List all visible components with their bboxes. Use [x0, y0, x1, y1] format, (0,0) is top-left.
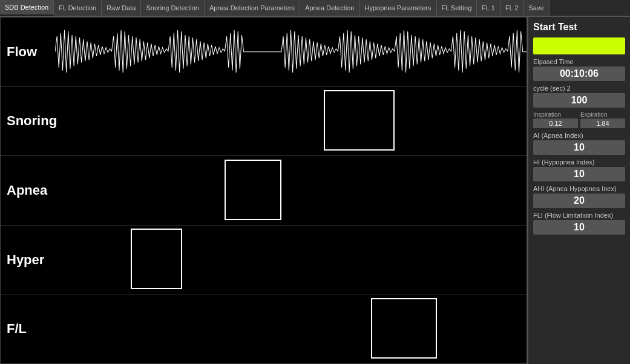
- ai-value: 10: [533, 140, 625, 155]
- ahi-group: AHI (Apnea Hypopnea Inex) 20: [533, 185, 625, 208]
- snoring-canvas: [55, 87, 527, 156]
- tab-raw-data[interactable]: Raw Data: [102, 0, 141, 16]
- snoring-block-container: [55, 87, 527, 156]
- fl-label: F/L: [1, 321, 55, 337]
- fli-value: 10: [533, 220, 625, 235]
- snoring-block: [324, 90, 395, 151]
- signal-area: Flow Snoring: [0, 17, 527, 364]
- main-container: Flow Snoring: [0, 17, 630, 364]
- apnea-block-container: [55, 156, 527, 225]
- tab-fl-setting[interactable]: FL Setting: [437, 0, 477, 16]
- cycle-label: cycle (sec) 2: [533, 85, 625, 92]
- hyper-block-container: [55, 226, 527, 294]
- cycle-value: 100: [533, 93, 625, 108]
- apnea-block: [225, 160, 281, 220]
- ai-label: AI (Apnea Index): [533, 132, 625, 139]
- flow-waveform: [55, 18, 527, 86]
- hyper-block: [131, 229, 183, 289]
- right-panel: Start Test Elpased Time 00:10:06 cycle (…: [527, 17, 630, 364]
- tab-apnea-detection-parameters[interactable]: Apnea Detection Parameters: [205, 0, 300, 16]
- hi-group: HI (Hypopnea Index) 10: [533, 158, 625, 181]
- fl-block-container: [55, 294, 527, 363]
- expiration-group: Expiration 1.84: [580, 111, 625, 128]
- tab-fl1[interactable]: FL 1: [477, 0, 500, 16]
- fl-row: F/L: [1, 294, 527, 363]
- fl-canvas: [55, 294, 527, 363]
- flow-row: Flow: [1, 18, 527, 87]
- apnea-row: Apnea: [1, 156, 527, 226]
- inspiration-group: Inspiration 0.12: [533, 111, 578, 128]
- tab-apnea-detection[interactable]: Apnea Detection: [300, 0, 359, 16]
- elapsed-time-label: Elpased Time: [533, 58, 625, 65]
- flow-canvas: [55, 18, 527, 86]
- apnea-canvas: [55, 156, 527, 225]
- tab-sdb-detection[interactable]: SDB Detection: [0, 0, 54, 16]
- expiration-value: 1.84: [580, 119, 625, 128]
- flow-label: Flow: [1, 44, 55, 60]
- snoring-label: Snoring: [1, 113, 55, 129]
- tab-snoring-detection[interactable]: Snoring Detection: [141, 0, 204, 16]
- cycle-group: cycle (sec) 2 100: [533, 85, 625, 108]
- tab-fl-detection[interactable]: FL Detection: [54, 0, 102, 16]
- fli-label: FLI (Flow Limitatioin Index): [533, 212, 625, 219]
- inspiration-label: Inspiration: [533, 111, 578, 118]
- fli-group: FLI (Flow Limitatioin Index) 10: [533, 212, 625, 235]
- start-test-button[interactable]: [533, 37, 625, 54]
- apnea-label: Apnea: [1, 183, 55, 198]
- snoring-row: Snoring: [1, 87, 527, 157]
- ahi-value: 20: [533, 193, 625, 208]
- start-test-label: Start Test: [533, 22, 625, 33]
- hi-label: HI (Hypopnea Index): [533, 158, 625, 166]
- hi-value: 10: [533, 167, 625, 181]
- expiration-label: Expiration: [580, 111, 625, 118]
- tab-save[interactable]: Save: [523, 0, 549, 16]
- elapsed-time-value: 00:10:06: [533, 67, 625, 81]
- tab-hypopnea-parameters[interactable]: Hypopnea Parameters: [359, 0, 436, 16]
- elapsed-time-group: Elpased Time 00:10:06: [533, 58, 625, 81]
- inspiration-value: 0.12: [533, 119, 578, 128]
- hyper-canvas: [55, 226, 527, 294]
- ai-group: AI (Apnea Index) 10: [533, 132, 625, 155]
- fl-block: [371, 298, 437, 359]
- ahi-label: AHI (Apnea Hypopnea Inex): [533, 185, 625, 192]
- hyper-label: Hyper: [1, 252, 55, 268]
- insp-exp-group: Inspiration 0.12 Expiration 1.84: [533, 111, 625, 128]
- hyper-row: Hyper: [1, 226, 527, 295]
- tab-fl2[interactable]: FL 2: [500, 0, 524, 16]
- tab-bar: SDB Detection FL Detection Raw Data Snor…: [0, 0, 630, 17]
